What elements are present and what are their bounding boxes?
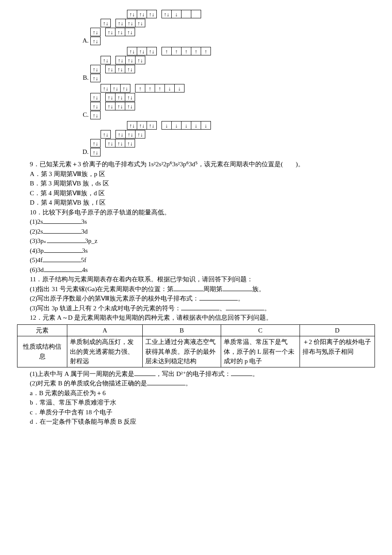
blank[interactable] — [44, 246, 82, 253]
orbital-row: ↑↓↑↓↑↓↑↓ — [90, 102, 184, 110]
q10-item-6: (6)3d4s — [17, 265, 375, 275]
text: 族。 — [252, 286, 265, 292]
text: (1)上表中与 A 属于同一周期的元素是 — [30, 370, 134, 377]
blank[interactable] — [43, 227, 81, 234]
orbital-box: ↓ — [171, 10, 182, 18]
orbital-box: ↑↓ — [120, 84, 130, 92]
orbital-stack: ↑↓↑↓↑↓↓↓↓↓↓↑↓↑↓↑↓↑↓↑↓↑↓↑↓↑↓↑↓ — [90, 121, 211, 157]
orbital-stack: ↑↓↑↓↑↓↑↑↑↑↑↑↓↑↓↑↓↑↓↑↓↑↓↑↓↑↓↑↓ — [90, 46, 211, 83]
option-label: B. — [77, 46, 90, 83]
text: ，写出 D²⁺的电子排布式： — [156, 370, 231, 377]
orbital-row: ↑↓↑↓↑↓↑↑↑↑↑ — [127, 47, 211, 55]
text: (3)写出 3p 轨道上只有 2 个未成对电子的元素的符号： — [30, 305, 181, 312]
blank[interactable] — [134, 369, 156, 376]
orbital-box: ↑↓ — [115, 19, 126, 27]
blank[interactable] — [43, 217, 81, 224]
label: (2)2s — [30, 228, 43, 235]
label: (5)4f — [30, 257, 43, 263]
blank[interactable] — [147, 379, 185, 385]
orbital-box: ↑↓ — [125, 130, 135, 139]
q12-part-2: (2)对元素 B 的单质或化合物描述正确的是。 — [17, 379, 375, 388]
q9-option-d: D．第 4 周期第ⅤB 族，f 区 — [17, 198, 375, 208]
q8-option-a: A. ↑↓↑↓↑↓↑↓↓↑↓↑↓↑↓↑↓↑↓↑↓↑↓↑↓↑↓ — [77, 9, 375, 46]
orbital-row: ↑↓↑↓↑↓↑↑↑↓↓ — [101, 84, 184, 92]
orbital-row: ↑↓↑↓↑↓↑↓ — [90, 139, 211, 147]
text: 。 — [264, 305, 271, 312]
orbital-row: ↑↓↑↓↑↓↑↓ — [101, 130, 211, 139]
label: (1)2s — [30, 218, 43, 225]
label: (3)3pₓ — [30, 237, 47, 244]
orbital-box: ↑↓ — [90, 139, 101, 147]
orbital-box: ↑↓ — [105, 65, 115, 73]
orbital-box: ↑↓ — [127, 10, 137, 18]
orbital-box: ↑↓ — [115, 93, 125, 101]
orbital-stack: ↑↓↑↓↑↓↑↓↓↑↓↑↓↑↓↑↓↑↓↑↓↑↓↑↓↑↓ — [90, 9, 201, 46]
q10-stem: 10．比较下列多电子原子的原子轨道的能量高低。 — [17, 208, 375, 217]
orbital-box: ↑ — [191, 47, 201, 55]
orbital-box: ↑↓ — [90, 37, 101, 45]
table-cell: 工业上通过分离液态空气获得其单质。原子的最外层未达到稳定结构 — [142, 336, 221, 367]
q12-option-c: c．单质分子中含有 18 个电子 — [17, 408, 375, 417]
option-label: D. — [77, 121, 90, 157]
text: 。 — [252, 370, 259, 377]
q12-option-b: b．常温、常压下单质难溶于水 — [17, 398, 375, 408]
orbital-box: ↓ — [164, 84, 175, 92]
orbital-box: ↑ — [171, 47, 182, 55]
orbital-row: ↑↓↑↓↑↓↑↓ — [90, 93, 184, 101]
orbital-box: ↑↓ — [137, 47, 147, 55]
label: (4)3p — [30, 247, 44, 254]
blank[interactable] — [173, 284, 203, 291]
blank[interactable] — [231, 369, 252, 376]
q10-item-3: (3)3pₓ3p_z — [17, 236, 375, 246]
q12-option-a: a．B 元素的最高正价为＋6 — [17, 388, 375, 398]
orbital-box: ↓ — [171, 121, 182, 130]
orbital-box: ↑↓ — [147, 10, 157, 18]
q12-option-d: d．在一定条件下镁条能与单质 B 反应 — [17, 417, 375, 427]
orbital-stack: ↑↓↑↓↑↓↑↑↑↓↓↑↓↑↓↑↓↑↓↑↓↑↓↑↓↑↓↑↓ — [90, 84, 184, 120]
blank[interactable] — [199, 294, 238, 301]
label: 5f — [81, 257, 86, 263]
q8-option-c: C. ↑↓↑↓↑↓↑↑↑↓↓↑↓↑↓↑↓↑↓↑↓↑↓↑↓↑↓↑↓ — [77, 84, 375, 120]
text: (2)对元素 B 的单质或化合物描述正确的是 — [30, 380, 147, 387]
blank[interactable] — [181, 304, 219, 310]
q11-part-3: (3)写出 3p 轨道上只有 2 个未成对电子的元素的符号：、。 — [17, 304, 375, 313]
table-header: B — [142, 324, 221, 336]
text: (1)指出 31 号元素镓(Ga)在元素周期表中的位置：第 — [30, 286, 173, 292]
blank[interactable] — [43, 255, 81, 262]
label: 3s — [82, 247, 88, 254]
orbital-box: ↑↓ — [90, 102, 101, 110]
q8-option-d: D. ↑↓↑↓↑↓↓↓↓↓↓↑↓↑↓↑↓↑↓↑↓↑↓↑↓↑↓↑↓ — [77, 121, 375, 157]
table-row: 元素 A B C D — [17, 324, 375, 336]
orbital-box: ↓ — [181, 121, 191, 130]
orbital-box: ↑ — [161, 47, 172, 55]
orbital-box: ↓ — [201, 121, 211, 130]
blank[interactable] — [222, 284, 252, 291]
orbital-box: ↑↓ — [135, 130, 145, 139]
orbital-row: ↑↓ — [90, 148, 211, 156]
blank[interactable] — [226, 304, 264, 310]
orbital-box: ↑↓ — [147, 121, 157, 130]
blank[interactable] — [47, 236, 85, 243]
orbital-box: ↓ — [174, 84, 184, 92]
label: 4s — [82, 266, 88, 273]
text: 周期第 — [203, 286, 222, 292]
orbital-box: ↑↓ — [147, 47, 157, 55]
orbital-box: ↑ — [181, 47, 191, 55]
orbital-box: ↑↓ — [101, 130, 111, 139]
text: 。 — [238, 295, 244, 302]
table-header: D — [300, 324, 375, 336]
blank[interactable] — [44, 265, 82, 272]
label: 3d — [81, 228, 88, 235]
orbital-box: ↑↓ — [125, 93, 135, 101]
orbital-row: ↑↓ — [90, 111, 184, 119]
orbital-row: ↑↓↑↓↑↓↑↓ — [101, 19, 201, 27]
q11-part-2: (2)写出原子序数最小的第Ⅷ族元素原子的核外电子排布式：。 — [17, 294, 375, 304]
orbital-row: ↑↓↑↓↑↓↓↓↓↓↓ — [127, 121, 211, 130]
orbital-box: ↑↓ — [137, 10, 147, 18]
orbital-row: ↑↓↑↓↑↓↑↓ — [101, 56, 211, 64]
q10-item-2: (2)2s3d — [17, 227, 375, 237]
table-cell: 单质制成的高压灯，发出的黄光透雾能力强、射程远 — [67, 336, 142, 367]
orbital-box: ↑↓ — [101, 19, 111, 27]
orbital-row: ↑↓↑↓↑↓↑↓↓ — [127, 10, 201, 18]
table-cell: ＋2 价阳离子的核外电子排布与氖原子相同 — [300, 336, 375, 367]
